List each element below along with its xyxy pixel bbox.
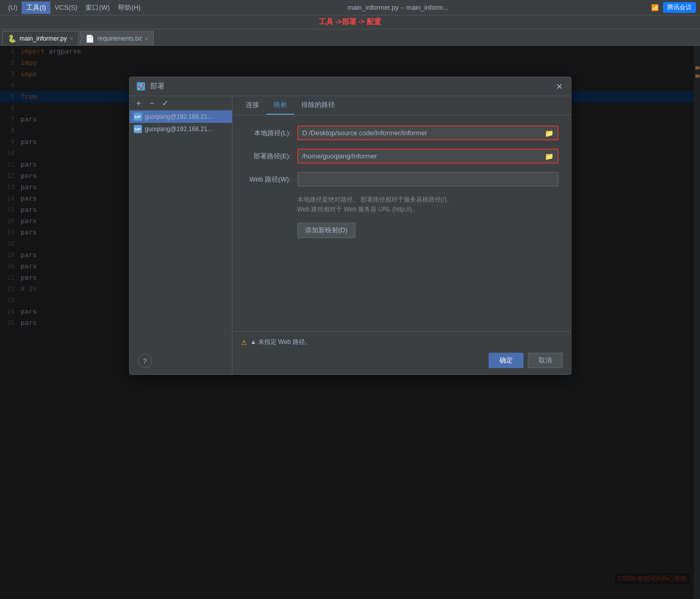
deploy-path-input[interactable] — [298, 150, 541, 162]
add-mapping-button[interactable]: 添加新映射(D) — [297, 223, 355, 238]
tab-mapping[interactable]: 映射 — [266, 96, 294, 115]
modal-overlay: 🚀 部署 ✕ + − ✓ — [0, 46, 700, 599]
menu-tools[interactable]: 工具(I) — [22, 2, 50, 14]
editor-area: 1 import argparse 2 impo 3 impo 4 5 from… — [0, 46, 700, 599]
deploy-path-folder-button[interactable]: 📁 — [541, 150, 558, 162]
remove-server-button[interactable]: − — [147, 99, 157, 108]
modal-footer: ⚠ ▲ 未指定 Web 路径。 确定 取消 — [232, 331, 571, 374]
tab-exclude[interactable]: 排除的路径 — [294, 96, 342, 115]
menu-window[interactable]: 窗口(W) — [81, 2, 114, 13]
web-path-input[interactable] — [298, 173, 558, 186]
breadcrumb: 工具 ->部署 -> 配置 — [0, 15, 700, 29]
tab-label-req: requirements.txt — [97, 35, 141, 42]
menu-u[interactable]: (U) — [4, 3, 22, 12]
python-file-icon: 🐍 — [8, 34, 16, 43]
deploy-path-input-wrapper: 📁 — [297, 149, 559, 164]
server-item-2[interactable]: SIP guoqiang@192.168.21... — [130, 123, 232, 135]
tab-label-main: main_informer.py — [20, 35, 67, 42]
tab-requirements[interactable]: 📄 requirements.txt × — [80, 31, 153, 45]
local-path-row: 本地路径(L): 📁 — [245, 125, 559, 140]
modal-title-text: 部署 — [150, 82, 554, 91]
server-label-1: guoqiang@192.168.21... — [145, 113, 213, 120]
deploy-path-label: 部署路径(E): — [245, 152, 291, 161]
tab-main-informer[interactable]: 🐍 main_informer.py × — [2, 31, 79, 45]
add-server-button[interactable]: + — [134, 99, 144, 108]
tabs-bar: 🐍 main_informer.py × 📄 requirements.txt … — [0, 29, 700, 46]
warning-message: ▲ 未指定 Web 路径。 — [250, 338, 311, 347]
apply-server-button[interactable]: ✓ — [160, 98, 171, 108]
modal-header: 🚀 部署 ✕ — [130, 77, 571, 96]
local-path-folder-button[interactable]: 📁 — [541, 127, 558, 139]
info-text-block: 本地路径是绝对路径。 部署路径相对于服务器根路径(/)。 Web 路径相对于 W… — [297, 195, 559, 214]
deploy-toolbar: + − ✓ — [130, 96, 232, 111]
menu-vcs[interactable]: VCS(S) — [50, 3, 81, 12]
modal-close-button[interactable]: ✕ — [554, 81, 565, 92]
menu-help[interactable]: 帮助(H) — [114, 2, 145, 13]
tab-close-req[interactable]: × — [145, 35, 148, 42]
server-icon-1: SIP — [134, 113, 142, 121]
footer-buttons: 确定 取消 — [241, 353, 563, 368]
cancel-button[interactable]: 取消 — [528, 353, 563, 368]
deploy-modal-icon: 🚀 — [136, 81, 146, 92]
ok-button[interactable]: 确定 — [489, 353, 524, 368]
server-item-1[interactable]: SIP guoqiang@192.168.21... — [130, 111, 232, 123]
warning-text: ⚠ ▲ 未指定 Web 路径。 — [241, 338, 563, 347]
server-label-2: guoqiang@192.168.21... — [145, 125, 213, 133]
svg-text:🚀: 🚀 — [138, 83, 145, 90]
info-line-1: 本地路径是绝对路径。 部署路径相对于服务器根路径(/)。 — [297, 195, 559, 205]
deploy-path-row: 部署路径(E): 📁 — [245, 149, 559, 164]
help-button[interactable]: ? — [138, 354, 152, 368]
modal-form-content: 本地路径(L): 📁 部署路径(E): — [232, 115, 571, 331]
signal-icon: 📶 — [651, 4, 659, 11]
local-path-label: 本地路径(L): — [245, 129, 291, 138]
tab-connection[interactable]: 连接 — [239, 96, 266, 115]
deploy-modal: 🚀 部署 ✕ + − ✓ — [129, 77, 571, 375]
web-path-label: Web 路径(W): — [245, 175, 291, 184]
txt-file-icon: 📄 — [85, 34, 94, 43]
web-path-row: Web 路径(W): — [245, 172, 559, 187]
web-path-input-wrapper — [297, 172, 559, 187]
tab-close-main[interactable]: × — [70, 35, 73, 42]
server-icon-2: SIP — [134, 125, 142, 133]
title-bar-right: 📶 腾讯会议 — [651, 2, 696, 13]
local-path-input[interactable] — [298, 126, 541, 139]
local-path-input-wrapper: 📁 — [297, 125, 559, 140]
tencent-meeting-btn[interactable]: 腾讯会议 — [663, 2, 696, 13]
modal-tabs: 连接 映射 排除的路径 — [232, 96, 571, 115]
file-title: main_informer.py – main_inform... — [145, 4, 651, 11]
title-bar: (U) 工具(I) VCS(S) 窗口(W) 帮助(H) main_inform… — [0, 0, 700, 15]
warning-icon: ⚠ — [241, 338, 247, 347]
info-line-2: Web 路径相对于 Web 服务器 URL (http://)。 — [297, 205, 559, 214]
